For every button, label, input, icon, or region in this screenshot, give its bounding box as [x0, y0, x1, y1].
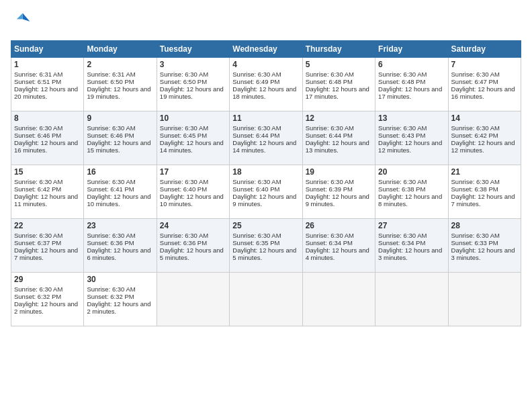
calendar-cell: 1Sunrise: 6:31 AMSunset: 6:51 PMDaylight…: [11, 58, 84, 111]
sunrise-label: Sunrise: 6:30 AM: [14, 124, 62, 132]
sunrise-label: Sunrise: 6:30 AM: [451, 178, 500, 185]
logo-icon: [11, 11, 32, 32]
calendar-cell: 11Sunrise: 6:30 AMSunset: 6:44 PMDayligh…: [230, 111, 302, 165]
day-number: 18: [232, 167, 299, 177]
daylight-label: Daylight: 12 hours and 15 minutes.: [87, 139, 150, 154]
svg-marker-1: [17, 13, 23, 19]
daylight-label: Daylight: 12 hours and 14 minutes.: [232, 139, 296, 154]
daylight-label: Daylight: 12 hours and 5 minutes.: [160, 246, 224, 261]
sunset-label: Sunset: 6:43 PM: [378, 132, 425, 139]
sunset-label: Sunset: 6:32 PM: [14, 293, 61, 300]
sunrise-label: Sunrise: 6:30 AM: [160, 124, 208, 132]
calendar-cell: 22Sunrise: 6:30 AMSunset: 6:37 PMDayligh…: [11, 219, 84, 273]
day-number: 6: [378, 60, 445, 69]
day-number: 13: [378, 113, 445, 123]
daylight-label: Daylight: 12 hours and 9 minutes.: [306, 193, 369, 208]
sunset-label: Sunset: 6:40 PM: [160, 185, 207, 193]
daylight-label: Daylight: 12 hours and 17 minutes.: [378, 85, 442, 100]
sunrise-label: Sunrise: 6:30 AM: [306, 232, 354, 239]
daylight-label: Daylight: 12 hours and 14 minutes.: [160, 139, 224, 154]
day-number: 25: [232, 221, 299, 230]
daylight-label: Daylight: 12 hours and 17 minutes.: [306, 85, 369, 100]
sunrise-label: Sunrise: 6:30 AM: [160, 178, 208, 185]
calendar-cell: 24Sunrise: 6:30 AMSunset: 6:36 PMDayligh…: [157, 219, 229, 273]
sunrise-label: Sunrise: 6:30 AM: [451, 232, 500, 239]
day-number: 1: [14, 60, 81, 69]
sunrise-label: Sunrise: 6:30 AM: [14, 232, 62, 239]
day-number: 30: [87, 275, 153, 284]
sunset-label: Sunset: 6:50 PM: [160, 78, 207, 85]
week-row-1: 1Sunrise: 6:31 AMSunset: 6:51 PMDaylight…: [11, 58, 521, 111]
sunrise-label: Sunrise: 6:30 AM: [87, 285, 135, 293]
daylight-label: Daylight: 12 hours and 12 minutes.: [451, 139, 515, 154]
calendar-cell: 29Sunrise: 6:30 AMSunset: 6:32 PMDayligh…: [11, 273, 84, 326]
daylight-label: Daylight: 12 hours and 7 minutes.: [451, 193, 515, 208]
sunset-label: Sunset: 6:51 PM: [14, 78, 61, 85]
calendar-cell: 20Sunrise: 6:30 AMSunset: 6:38 PMDayligh…: [375, 165, 448, 219]
calendar-cell: 14Sunrise: 6:30 AMSunset: 6:42 PMDayligh…: [448, 111, 521, 165]
day-number: 2: [87, 60, 153, 69]
page: SundayMondayTuesdayWednesdayThursdayFrid…: [0, 0, 532, 411]
week-row-2: 8Sunrise: 6:30 AMSunset: 6:46 PMDaylight…: [11, 111, 521, 165]
sunset-label: Sunset: 6:50 PM: [87, 78, 134, 85]
day-number: 5: [306, 60, 372, 69]
sunset-label: Sunset: 6:38 PM: [451, 185, 498, 193]
sunrise-label: Sunrise: 6:30 AM: [87, 232, 135, 239]
calendar-cell: 21Sunrise: 6:30 AMSunset: 6:38 PMDayligh…: [448, 165, 521, 219]
daylight-label: Daylight: 12 hours and 12 minutes.: [378, 139, 442, 154]
daylight-label: Daylight: 12 hours and 6 minutes.: [87, 246, 150, 261]
daylight-label: Daylight: 12 hours and 13 minutes.: [306, 139, 369, 154]
calendar-cell: [375, 273, 448, 326]
day-number: 24: [160, 221, 226, 230]
day-number: 4: [232, 60, 299, 69]
daylight-label: Daylight: 12 hours and 20 minutes.: [14, 85, 78, 100]
daylight-label: Daylight: 12 hours and 2 minutes.: [14, 300, 78, 315]
sunrise-label: Sunrise: 6:31 AM: [14, 71, 62, 78]
daylight-label: Daylight: 12 hours and 8 minutes.: [378, 193, 442, 208]
day-number: 15: [14, 167, 81, 177]
day-number: 26: [306, 221, 372, 230]
sunset-label: Sunset: 6:44 PM: [306, 132, 353, 139]
sunset-label: Sunset: 6:47 PM: [451, 78, 498, 85]
daylight-label: Daylight: 12 hours and 10 minutes.: [87, 193, 150, 208]
calendar-cell: 30Sunrise: 6:30 AMSunset: 6:32 PMDayligh…: [84, 273, 157, 326]
calendar-cell: 27Sunrise: 6:30 AMSunset: 6:34 PMDayligh…: [375, 219, 448, 273]
sunset-label: Sunset: 6:35 PM: [232, 239, 279, 246]
day-number: 20: [378, 167, 445, 177]
day-number: 22: [14, 221, 81, 230]
day-number: 16: [87, 167, 153, 177]
svg-marker-0: [23, 13, 30, 21]
sunset-label: Sunset: 6:34 PM: [306, 239, 353, 246]
sunrise-label: Sunrise: 6:30 AM: [306, 178, 354, 185]
sunset-label: Sunset: 6:42 PM: [14, 185, 61, 193]
calendar-cell: 8Sunrise: 6:30 AMSunset: 6:46 PMDaylight…: [11, 111, 84, 165]
sunrise-label: Sunrise: 6:30 AM: [306, 71, 354, 78]
sunset-label: Sunset: 6:42 PM: [451, 132, 498, 139]
header: [11, 11, 521, 32]
daylight-label: Daylight: 12 hours and 2 minutes.: [87, 300, 150, 315]
header-row: SundayMondayTuesdayWednesdayThursdayFrid…: [11, 41, 521, 58]
sunrise-label: Sunrise: 6:30 AM: [232, 124, 281, 132]
sunset-label: Sunset: 6:36 PM: [87, 239, 134, 246]
sunrise-label: Sunrise: 6:30 AM: [306, 124, 354, 132]
calendar-cell: 16Sunrise: 6:30 AMSunset: 6:41 PMDayligh…: [84, 165, 157, 219]
sunset-label: Sunset: 6:40 PM: [232, 185, 279, 193]
sunset-label: Sunset: 6:33 PM: [451, 239, 498, 246]
calendar-cell: 5Sunrise: 6:30 AMSunset: 6:48 PMDaylight…: [302, 58, 375, 111]
day-number: 11: [232, 113, 299, 123]
sunset-label: Sunset: 6:34 PM: [378, 239, 425, 246]
calendar-cell: 28Sunrise: 6:30 AMSunset: 6:33 PMDayligh…: [448, 219, 521, 273]
day-number: 3: [160, 60, 226, 69]
daylight-label: Daylight: 12 hours and 16 minutes.: [14, 139, 78, 154]
sunrise-label: Sunrise: 6:30 AM: [160, 232, 208, 239]
calendar-cell: 2Sunrise: 6:31 AMSunset: 6:50 PMDaylight…: [84, 58, 157, 111]
sunrise-label: Sunrise: 6:30 AM: [14, 285, 62, 293]
calendar-cell: 26Sunrise: 6:30 AMSunset: 6:34 PMDayligh…: [302, 219, 375, 273]
sunrise-label: Sunrise: 6:30 AM: [378, 124, 427, 132]
day-number: 9: [87, 113, 153, 123]
daylight-label: Daylight: 12 hours and 3 minutes.: [378, 246, 442, 261]
sunrise-label: Sunrise: 6:30 AM: [232, 232, 281, 239]
daylight-label: Daylight: 12 hours and 9 minutes.: [232, 193, 296, 208]
calendar-cell: 3Sunrise: 6:30 AMSunset: 6:50 PMDaylight…: [157, 58, 229, 111]
day-number: 12: [306, 113, 372, 123]
